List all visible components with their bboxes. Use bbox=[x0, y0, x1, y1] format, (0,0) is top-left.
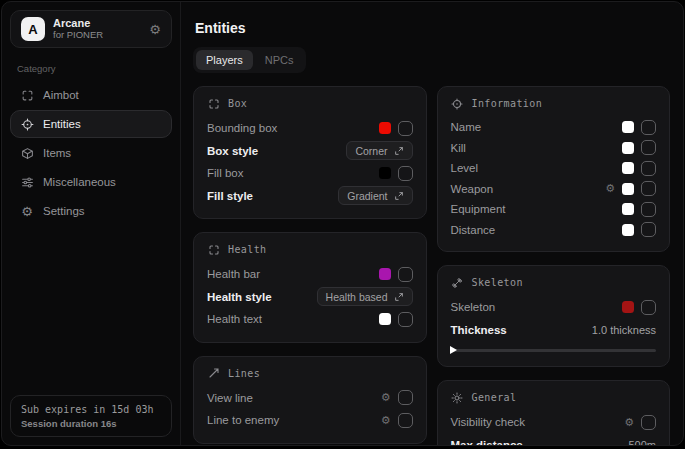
brand-text: Arcane for PIONER bbox=[53, 17, 103, 41]
category-label: Category bbox=[17, 63, 165, 74]
thickness-slider[interactable] bbox=[451, 349, 657, 352]
sidebar-item-label: Settings bbox=[43, 205, 85, 217]
information-card: Information Name Kill bbox=[437, 86, 671, 252]
scan-icon bbox=[207, 97, 220, 110]
color-swatch[interactable] bbox=[622, 183, 634, 195]
equipment-checkbox[interactable] bbox=[641, 202, 656, 217]
thickness-value: 1.0 thickness bbox=[592, 324, 656, 336]
setting-row: Fill box bbox=[207, 162, 413, 185]
brand-title: Arcane bbox=[53, 17, 103, 30]
gear-icon[interactable]: ⚙ bbox=[624, 417, 634, 428]
health-text-checkbox[interactable] bbox=[398, 312, 413, 327]
weapon-checkbox[interactable] bbox=[641, 181, 656, 196]
color-swatch[interactable] bbox=[622, 301, 634, 313]
scan-icon bbox=[20, 88, 34, 102]
setting-row: Fill style Gradient bbox=[207, 185, 413, 208]
level-checkbox[interactable] bbox=[641, 161, 656, 176]
target-icon bbox=[451, 97, 464, 110]
fill-style-dropdown[interactable]: Gradient bbox=[338, 186, 412, 205]
subscription-card: Sub expires in 15d 03h Session duration … bbox=[10, 395, 172, 437]
setting-row: Box style Corner bbox=[207, 140, 413, 163]
slider-thumb[interactable] bbox=[450, 346, 457, 354]
color-swatch[interactable] bbox=[622, 142, 634, 154]
sidebar-item-miscellaneous[interactable]: Miscellaneous bbox=[10, 168, 172, 196]
max-distance-value: 500m bbox=[628, 439, 656, 445]
tab-npcs[interactable]: NPCs bbox=[255, 50, 304, 70]
health-card: Health Health bar Health style H bbox=[193, 232, 427, 343]
bone-icon bbox=[451, 276, 464, 289]
health-bar-checkbox[interactable] bbox=[398, 267, 413, 282]
color-swatch[interactable] bbox=[379, 268, 391, 280]
main-panel: Entities Players NPCs Box bbox=[181, 2, 683, 445]
setting-row: Health style Health based bbox=[207, 286, 413, 309]
color-swatch[interactable] bbox=[622, 162, 634, 174]
sidebar-item-label: Items bbox=[43, 147, 71, 159]
tab-group: Players NPCs bbox=[193, 47, 306, 73]
sidebar-item-label: Miscellaneous bbox=[43, 176, 116, 188]
color-swatch[interactable] bbox=[379, 313, 391, 325]
gear-icon[interactable]: ⚙ bbox=[149, 23, 161, 36]
expand-icon bbox=[394, 292, 404, 302]
brand-logo: A bbox=[21, 17, 45, 41]
gear-icon[interactable]: ⚙ bbox=[381, 415, 391, 426]
setting-row: Health text bbox=[207, 308, 413, 331]
color-swatch[interactable] bbox=[379, 167, 391, 179]
view-line-checkbox[interactable] bbox=[398, 390, 413, 405]
color-swatch[interactable] bbox=[379, 122, 391, 134]
sidebar-item-settings[interactable]: ⚙ Settings bbox=[10, 197, 172, 225]
expand-icon bbox=[394, 191, 404, 201]
lines-card: Lines View line ⚙ Line to enemy ⚙ bbox=[193, 356, 427, 444]
brand-card: A Arcane for PIONER ⚙ bbox=[10, 10, 172, 48]
color-swatch[interactable] bbox=[622, 121, 634, 133]
box-style-dropdown[interactable]: Corner bbox=[346, 141, 412, 160]
setting-row: Name bbox=[451, 117, 657, 138]
setting-row: Thickness 1.0 thickness bbox=[451, 319, 657, 342]
setting-row: Kill bbox=[451, 138, 657, 159]
bounding-box-checkbox[interactable] bbox=[398, 121, 413, 136]
tab-players[interactable]: Players bbox=[196, 50, 253, 70]
gear-icon[interactable]: ⚙ bbox=[381, 392, 391, 403]
sub-expires-text: Sub expires in 15d 03h bbox=[21, 404, 161, 415]
card-header: Lines bbox=[228, 368, 260, 379]
sidebar: A Arcane for PIONER ⚙ Category Aimbot bbox=[2, 2, 181, 445]
sidebar-item-items[interactable]: Items bbox=[10, 139, 172, 167]
card-header: Skeleton bbox=[472, 277, 523, 288]
setting-row: Weapon ⚙ bbox=[451, 179, 657, 200]
setting-row: Distance bbox=[451, 220, 657, 241]
sidebar-nav: Aimbot Entities Items bbox=[10, 81, 172, 225]
setting-row: Level bbox=[451, 158, 657, 179]
app-window: A Arcane for PIONER ⚙ Category Aimbot bbox=[1, 1, 684, 446]
sidebar-item-entities[interactable]: Entities bbox=[10, 110, 172, 138]
setting-row: Equipment bbox=[451, 199, 657, 220]
target-icon bbox=[20, 117, 34, 131]
setting-row: Max distance 500m bbox=[451, 434, 657, 446]
gear-icon[interactable]: ⚙ bbox=[605, 183, 615, 194]
gear-icon: ⚙ bbox=[20, 204, 34, 218]
kill-checkbox[interactable] bbox=[641, 140, 656, 155]
sidebar-item-label: Entities bbox=[43, 118, 81, 130]
session-duration-text: Session duration 16s bbox=[21, 418, 161, 429]
expand-icon bbox=[394, 146, 404, 156]
setting-row: Line to enemy ⚙ bbox=[207, 409, 413, 432]
name-checkbox[interactable] bbox=[641, 120, 656, 135]
skeleton-checkbox[interactable] bbox=[641, 300, 656, 315]
card-header: General bbox=[472, 392, 517, 403]
page-title: Entities bbox=[195, 20, 670, 36]
sidebar-item-aimbot[interactable]: Aimbot bbox=[10, 81, 172, 109]
line-to-enemy-checkbox[interactable] bbox=[398, 413, 413, 428]
fill-box-checkbox[interactable] bbox=[398, 166, 413, 181]
setting-row: View line ⚙ bbox=[207, 387, 413, 410]
setting-row: Skeleton bbox=[451, 296, 657, 319]
setting-row: Visibility check ⚙ bbox=[451, 411, 657, 434]
visibility-check-checkbox[interactable] bbox=[641, 415, 656, 430]
health-style-dropdown[interactable]: Health based bbox=[317, 287, 413, 306]
distance-checkbox[interactable] bbox=[641, 222, 656, 237]
box-card: Box Bounding box Box style Corne bbox=[193, 86, 427, 219]
cube-icon bbox=[20, 146, 34, 160]
color-swatch[interactable] bbox=[622, 224, 634, 236]
sidebar-item-label: Aimbot bbox=[43, 89, 79, 101]
diagonal-line-icon bbox=[207, 367, 220, 380]
skeleton-card: Skeleton Skeleton Thickness 1.0 thicknes… bbox=[437, 265, 671, 367]
color-swatch[interactable] bbox=[622, 203, 634, 215]
card-header: Box bbox=[228, 98, 247, 109]
